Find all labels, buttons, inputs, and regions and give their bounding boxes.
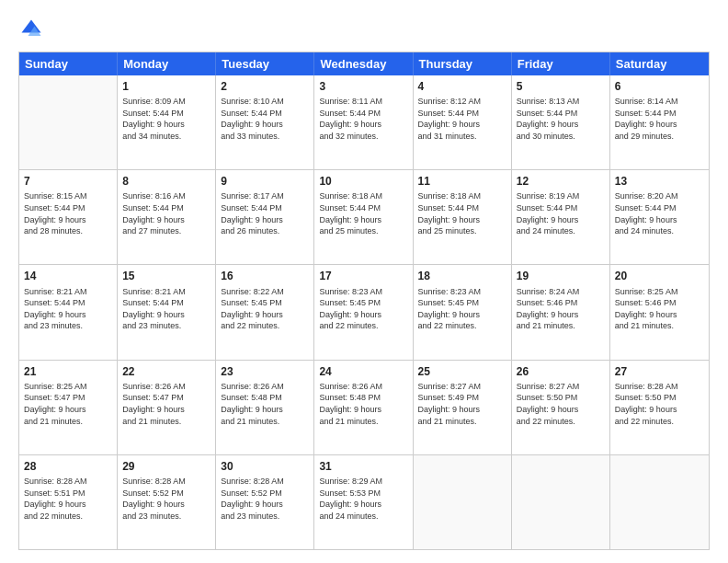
day-cell-24: 24Sunrise: 8:26 AMSunset: 5:48 PMDayligh… [314,361,413,454]
day-cell-16: 16Sunrise: 8:22 AMSunset: 5:45 PMDayligh… [216,265,314,359]
day-info: Sunrise: 8:25 AMSunset: 5:46 PMDaylight:… [615,286,704,332]
day-number: 19 [517,269,605,283]
header [18,17,710,42]
day-info: Sunrise: 8:23 AMSunset: 5:45 PMDaylight:… [319,286,407,332]
day-cell-15: 15Sunrise: 8:21 AMSunset: 5:44 PMDayligh… [118,265,216,359]
calendar-row-0: 1Sunrise: 8:09 AMSunset: 5:44 PMDaylight… [19,75,709,169]
empty-cell-4-5 [512,455,610,549]
day-number: 22 [122,364,210,379]
day-info: Sunrise: 8:10 AMSunset: 5:44 PMDaylight:… [221,96,309,142]
day-cell-2: 2Sunrise: 8:10 AMSunset: 5:44 PMDaylight… [216,75,314,169]
day-number: 7 [24,174,112,189]
day-info: Sunrise: 8:13 AMSunset: 5:44 PMDaylight:… [517,96,605,142]
day-number: 27 [615,364,704,379]
day-number: 15 [122,269,210,283]
day-info: Sunrise: 8:18 AMSunset: 5:44 PMDaylight:… [418,190,506,236]
day-number: 3 [319,79,407,94]
calendar-row-1: 7Sunrise: 8:15 AMSunset: 5:44 PMDaylight… [19,169,709,264]
day-cell-9: 9Sunrise: 8:17 AMSunset: 5:44 PMDaylight… [216,170,314,264]
day-cell-30: 30Sunrise: 8:28 AMSunset: 5:52 PMDayligh… [216,455,314,549]
day-number: 26 [517,364,605,379]
day-cell-26: 26Sunrise: 8:27 AMSunset: 5:50 PMDayligh… [512,361,610,454]
day-info: Sunrise: 8:28 AMSunset: 5:50 PMDaylight:… [615,381,704,427]
day-cell-18: 18Sunrise: 8:23 AMSunset: 5:45 PMDayligh… [414,265,512,359]
day-number: 6 [615,79,704,94]
day-info: Sunrise: 8:15 AMSunset: 5:44 PMDaylight:… [24,190,112,236]
day-cell-19: 19Sunrise: 8:24 AMSunset: 5:46 PMDayligh… [512,265,610,359]
day-number: 30 [221,459,309,474]
day-info: Sunrise: 8:27 AMSunset: 5:50 PMDaylight:… [517,381,605,427]
day-number: 9 [221,174,309,189]
header-day-monday: Monday [118,52,216,75]
day-cell-31: 31Sunrise: 8:29 AMSunset: 5:53 PMDayligh… [314,455,413,549]
day-cell-4: 4Sunrise: 8:12 AMSunset: 5:44 PMDaylight… [414,75,512,169]
day-number: 18 [418,269,506,283]
day-number: 13 [615,174,704,189]
day-number: 4 [418,79,506,94]
day-cell-21: 21Sunrise: 8:25 AMSunset: 5:47 PMDayligh… [19,361,118,454]
day-info: Sunrise: 8:16 AMSunset: 5:44 PMDaylight:… [122,190,210,236]
header-day-tuesday: Tuesday [216,52,314,75]
day-number: 12 [517,174,605,189]
calendar-body: 1Sunrise: 8:09 AMSunset: 5:44 PMDaylight… [19,75,709,549]
day-info: Sunrise: 8:17 AMSunset: 5:44 PMDaylight:… [221,190,309,236]
day-number: 28 [24,459,112,474]
day-info: Sunrise: 8:27 AMSunset: 5:49 PMDaylight:… [418,381,506,427]
day-cell-6: 6Sunrise: 8:14 AMSunset: 5:44 PMDaylight… [610,75,709,169]
day-info: Sunrise: 8:26 AMSunset: 5:48 PMDaylight:… [221,381,309,427]
day-cell-12: 12Sunrise: 8:19 AMSunset: 5:44 PMDayligh… [512,170,610,264]
day-number: 17 [319,269,407,283]
day-cell-22: 22Sunrise: 8:26 AMSunset: 5:47 PMDayligh… [118,361,216,454]
header-day-friday: Friday [512,52,610,75]
day-info: Sunrise: 8:28 AMSunset: 5:52 PMDaylight:… [122,476,210,522]
day-number: 23 [221,364,309,379]
header-day-wednesday: Wednesday [314,52,413,75]
day-cell-28: 28Sunrise: 8:28 AMSunset: 5:51 PMDayligh… [19,455,118,549]
day-cell-20: 20Sunrise: 8:25 AMSunset: 5:46 PMDayligh… [610,265,709,359]
day-number: 11 [418,174,506,189]
day-info: Sunrise: 8:09 AMSunset: 5:44 PMDaylight:… [122,96,210,142]
day-info: Sunrise: 8:26 AMSunset: 5:47 PMDaylight:… [122,381,210,427]
day-number: 10 [319,174,407,189]
day-info: Sunrise: 8:19 AMSunset: 5:44 PMDaylight:… [517,190,605,236]
day-cell-3: 3Sunrise: 8:11 AMSunset: 5:44 PMDaylight… [314,75,413,169]
calendar-header: SundayMondayTuesdayWednesdayThursdayFrid… [19,52,709,75]
day-number: 31 [319,459,407,474]
calendar: SundayMondayTuesdayWednesdayThursdayFrid… [18,52,710,550]
day-info: Sunrise: 8:26 AMSunset: 5:48 PMDaylight:… [319,381,407,427]
day-cell-25: 25Sunrise: 8:27 AMSunset: 5:49 PMDayligh… [414,361,512,454]
day-number: 8 [122,174,210,189]
day-number: 21 [24,364,112,379]
day-cell-14: 14Sunrise: 8:21 AMSunset: 5:44 PMDayligh… [19,265,118,359]
header-day-saturday: Saturday [610,52,709,75]
logo-icon [18,17,44,42]
day-number: 20 [615,269,704,283]
day-number: 29 [122,459,210,474]
day-number: 24 [319,364,407,379]
svg-marker-0 [22,20,41,33]
day-info: Sunrise: 8:21 AMSunset: 5:44 PMDaylight:… [122,286,210,332]
day-cell-13: 13Sunrise: 8:20 AMSunset: 5:44 PMDayligh… [610,170,709,264]
calendar-row-3: 21Sunrise: 8:25 AMSunset: 5:47 PMDayligh… [19,360,709,454]
day-info: Sunrise: 8:25 AMSunset: 5:47 PMDaylight:… [24,381,112,427]
day-info: Sunrise: 8:29 AMSunset: 5:53 PMDaylight:… [319,476,407,522]
day-cell-7: 7Sunrise: 8:15 AMSunset: 5:44 PMDaylight… [19,170,118,264]
day-info: Sunrise: 8:21 AMSunset: 5:44 PMDaylight:… [24,286,112,332]
day-cell-23: 23Sunrise: 8:26 AMSunset: 5:48 PMDayligh… [216,361,314,454]
day-info: Sunrise: 8:12 AMSunset: 5:44 PMDaylight:… [418,96,506,142]
day-info: Sunrise: 8:28 AMSunset: 5:52 PMDaylight:… [221,476,309,522]
day-info: Sunrise: 8:28 AMSunset: 5:51 PMDaylight:… [24,476,112,522]
page: SundayMondayTuesdayWednesdayThursdayFrid… [0,0,728,563]
day-info: Sunrise: 8:23 AMSunset: 5:45 PMDaylight:… [418,286,506,332]
day-info: Sunrise: 8:11 AMSunset: 5:44 PMDaylight:… [319,96,407,142]
empty-cell-4-6 [610,455,709,549]
day-info: Sunrise: 8:24 AMSunset: 5:46 PMDaylight:… [517,286,605,332]
empty-cell-4-4 [414,455,512,549]
day-number: 14 [24,269,112,283]
header-day-thursday: Thursday [414,52,512,75]
day-info: Sunrise: 8:18 AMSunset: 5:44 PMDaylight:… [319,190,407,236]
day-info: Sunrise: 8:14 AMSunset: 5:44 PMDaylight:… [615,96,704,142]
day-info: Sunrise: 8:20 AMSunset: 5:44 PMDaylight:… [615,190,704,236]
day-number: 16 [221,269,309,283]
day-number: 5 [517,79,605,94]
